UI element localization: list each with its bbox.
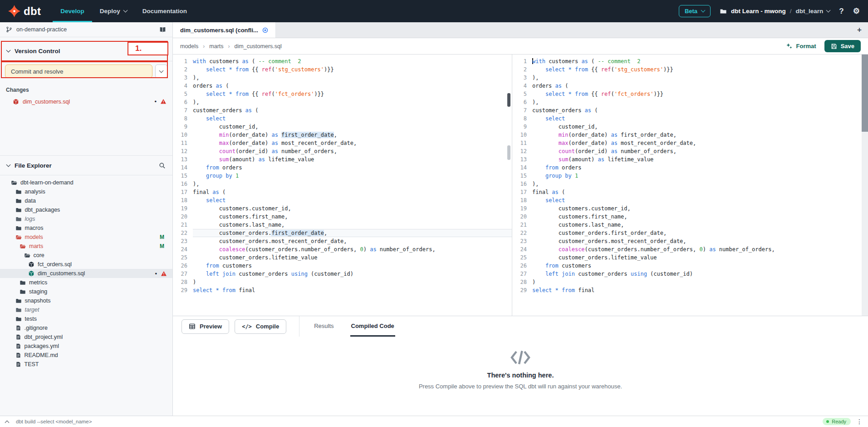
code-line[interactable]: 10 min(order_date) as first_order_date, — [173, 131, 512, 139]
tree-item-dbt_project.yml[interactable]: dbt_project.yml — [0, 333, 172, 342]
tree-item-macros[interactable]: macros — [0, 223, 172, 233]
left-pane-scrollbar-thumb2[interactable] — [507, 145, 510, 160]
code-line[interactable]: 20 customers.first_name, — [512, 213, 868, 221]
code-line[interactable]: 19 customers.customer_id, — [173, 204, 512, 213]
code-line[interactable]: 6), — [512, 98, 868, 106]
code-line[interactable]: 12 count(order_id) as number_of_orders, — [173, 147, 512, 155]
code-line[interactable]: 26 from customers — [173, 262, 512, 270]
tree-item-fct_orders.sql[interactable]: fct_orders.sql — [0, 260, 172, 269]
right-pane-scrollbar-track[interactable] — [862, 55, 868, 316]
code-line[interactable]: 23 customer_orders.most_recent_order_dat… — [173, 237, 512, 245]
new-tab-button[interactable]: + — [851, 22, 868, 38]
tree-item-dbt_packages[interactable]: dbt_packages — [0, 205, 172, 214]
code-line[interactable]: 29select * from final — [512, 286, 868, 294]
compile-button[interactable]: </> Compile — [235, 319, 286, 334]
tree-item-snapshots[interactable]: snapshots — [0, 296, 172, 305]
project-name[interactable]: dbt_learn — [796, 8, 830, 15]
code-line[interactable]: 5 select * from {{ ref('fct_orders')}} — [512, 90, 868, 98]
code-line[interactable]: 11 max(order_date) as most_recent_order_… — [512, 139, 868, 147]
code-line[interactable]: 10 min(order_date) as first_order_date, — [512, 131, 868, 139]
help-icon[interactable]: ? — [839, 7, 843, 16]
code-line[interactable]: 5 select * from {{ ref('fct_orders')}} — [173, 90, 512, 98]
code-line[interactable]: 18 select — [173, 196, 512, 204]
code-line[interactable]: 22 customer_orders.first_order_date, — [512, 229, 868, 237]
tree-item-logs[interactable]: logs — [0, 214, 172, 223]
tree-item-README.md[interactable]: README.md — [0, 351, 172, 360]
code-line[interactable]: 28) — [512, 278, 868, 286]
nav-item-documentation[interactable]: Documentation — [135, 0, 195, 22]
tree-item-core[interactable]: core — [0, 251, 172, 260]
code-line[interactable]: 12 count(order_id) as number_of_orders, — [512, 147, 868, 155]
kebab-menu-icon[interactable]: ⋮ — [856, 418, 863, 425]
breadcrumb-file[interactable]: dim_customers.sql — [235, 43, 282, 50]
code-line[interactable]: 21 customers.last_name, — [512, 221, 868, 229]
code-line[interactable]: 3), — [512, 74, 868, 82]
code-line[interactable]: 7customer_orders as ( — [173, 106, 512, 114]
code-line[interactable]: 1with customers as ( -- comment 2 — [173, 57, 512, 65]
code-line[interactable]: 11 max(order_date) as most_recent_order_… — [173, 139, 512, 147]
tree-item-staging[interactable]: staging — [0, 287, 172, 296]
code-line[interactable]: 8 select — [173, 114, 512, 123]
code-line[interactable]: 13 sum(amount) as lifetime_value — [173, 155, 512, 164]
tree-item-marts[interactable]: martsM — [0, 242, 172, 251]
code-line[interactable]: 19 customers.customer_id, — [512, 204, 868, 213]
tree-item-metrics[interactable]: metrics — [0, 278, 172, 287]
command-input[interactable]: dbt build --select <model_name> — [16, 419, 92, 424]
tree-item-data[interactable]: data — [0, 196, 172, 205]
code-line[interactable]: 16), — [173, 180, 512, 188]
code-line[interactable]: 6), — [173, 98, 512, 106]
code-line[interactable]: 3), — [173, 74, 512, 82]
code-line[interactable]: 18 select — [512, 196, 868, 204]
code-line[interactable]: 15 group by 1 — [173, 172, 512, 180]
code-line[interactable]: 16), — [512, 180, 868, 188]
code-line[interactable]: 24 coalesce(customer_orders.number_of_or… — [512, 245, 868, 253]
code-line[interactable]: 17final as ( — [173, 188, 512, 196]
search-icon[interactable] — [159, 162, 166, 169]
code-line[interactable]: 26 from customers — [512, 262, 868, 270]
code-line[interactable]: 13 sum(amount) as lifetime_value — [512, 155, 868, 164]
tree-item-TEST[interactable]: TEST — [0, 360, 172, 369]
beta-button[interactable]: Beta — [679, 5, 711, 17]
breadcrumb-models[interactable]: models — [180, 43, 198, 50]
preview-button[interactable]: Preview — [181, 319, 229, 334]
code-line[interactable]: 7customer_orders as ( — [512, 106, 868, 114]
format-button[interactable]: Format — [786, 43, 816, 50]
right-pane-scrollbar-thumb[interactable] — [862, 55, 868, 132]
tab-dim-customers[interactable]: dim_customers.sql (confli... — [173, 22, 276, 38]
code-line[interactable]: 9 customer_id, — [512, 123, 868, 131]
code-line[interactable]: 27 left join customer_orders using (cust… — [512, 270, 868, 278]
code-line[interactable]: 17final as ( — [512, 188, 868, 196]
file-explorer-header[interactable]: File Explorer — [0, 155, 172, 175]
code-line[interactable]: 25 customer_orders.lifetime_value — [173, 253, 512, 262]
conflict-indicator-icon[interactable] — [262, 27, 268, 33]
breadcrumb-marts[interactable]: marts — [209, 43, 223, 50]
code-line[interactable]: 22 customer_orders.first_order_date, — [173, 229, 512, 237]
editor-pane-left[interactable]: 1with customers as ( -- comment 22 selec… — [173, 55, 512, 316]
dbt-logo[interactable]: dbt — [8, 0, 51, 22]
changed-file-dim_customers.sql[interactable]: dim_customers.sql• — [0, 95, 172, 108]
code-line[interactable]: 14 from orders — [512, 164, 868, 172]
code-line[interactable]: 4orders as ( — [512, 82, 868, 90]
gear-icon[interactable]: ⚙ — [853, 6, 860, 16]
code-line[interactable]: 27 left join customer_orders using (cust… — [173, 270, 512, 278]
commit-dropdown-button[interactable] — [155, 65, 167, 78]
tab-compiled-code[interactable]: Compiled Code — [350, 316, 395, 337]
account-switcher[interactable]: dbt Learn - mwong / dbt_learn — [720, 8, 830, 15]
code-line[interactable]: 2 select * from {{ ref('stg_customers')}… — [173, 65, 512, 74]
tree-item-target[interactable]: target — [0, 305, 172, 314]
code-line[interactable]: 24 coalesce(customer_orders.number_of_or… — [173, 245, 512, 253]
tree-item-models[interactable]: modelsM — [0, 233, 172, 242]
code-line[interactable]: 21 customers.last_name, — [173, 221, 512, 229]
nav-item-develop[interactable]: Develop — [53, 0, 92, 22]
tree-item-packages.yml[interactable]: packages.yml — [0, 342, 172, 351]
commit-and-resolve-button[interactable]: Commit and resolve — [5, 65, 152, 78]
tree-item-dim_customers.sql[interactable]: dim_customers.sql• — [0, 269, 172, 278]
branch-row[interactable]: on-demand-practice — [0, 22, 172, 37]
code-line[interactable]: 20 customers.first_name, — [173, 213, 512, 221]
tab-results[interactable]: Results — [313, 316, 334, 337]
nav-item-deploy[interactable]: Deploy — [92, 0, 135, 22]
save-button[interactable]: Save — [824, 40, 861, 52]
code-line[interactable]: 28) — [173, 278, 512, 286]
code-line[interactable]: 1with customers as ( -- comment 2 — [512, 57, 868, 65]
collapse-panel-icon[interactable] — [5, 420, 10, 425]
